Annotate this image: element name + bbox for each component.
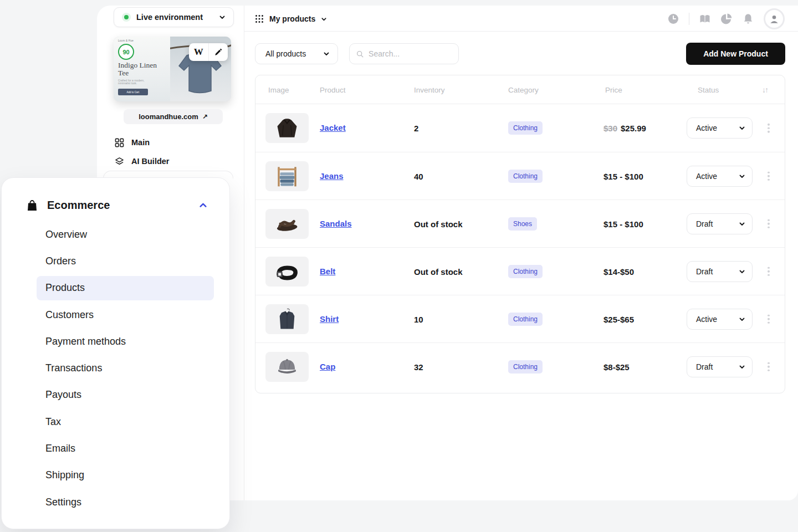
price-cell: $14-$50 xyxy=(603,267,634,276)
current-price: $15 - $100 xyxy=(603,171,643,181)
site-domain-link[interactable]: loomandhue.com ↗ xyxy=(124,109,223,124)
category-badge: Clothing xyxy=(508,121,543,135)
row-menu-kebab-icon[interactable] xyxy=(765,217,772,231)
product-link-cell: Belt xyxy=(320,267,335,277)
analytics-pie-icon[interactable] xyxy=(720,13,733,25)
menu-item-payouts[interactable]: Payouts xyxy=(2,382,229,408)
environment-status-dot xyxy=(124,15,129,19)
add-new-product-button[interactable]: Add New Product xyxy=(686,43,785,65)
status-select[interactable]: Draft xyxy=(687,356,753,377)
inventory-value: 10 xyxy=(414,314,423,324)
current-price: $25.99 xyxy=(621,124,646,133)
menu-item-customers[interactable]: Customers xyxy=(2,301,229,328)
product-link-cell: Shirt xyxy=(320,314,339,324)
menu-item-shipping[interactable]: Shipping xyxy=(2,462,229,489)
status-select[interactable]: Draft xyxy=(687,261,753,282)
edit-site-button[interactable] xyxy=(209,43,228,61)
sort-icon[interactable]: ↓↑ xyxy=(762,85,768,94)
category-badge: Shoes xyxy=(508,217,537,231)
ecommerce-menu-list: Overview Orders Products Customers Payme… xyxy=(2,221,229,515)
user-avatar[interactable] xyxy=(764,8,785,29)
workspace-switcher[interactable]: My products xyxy=(255,12,327,26)
status-value: Active xyxy=(696,315,717,324)
history-clock-icon[interactable] xyxy=(667,13,679,25)
layers-icon xyxy=(115,157,124,166)
column-header-inventory: Inventory xyxy=(414,85,445,94)
site-logo-button[interactable]: W xyxy=(189,43,208,61)
chevron-down-icon xyxy=(739,316,745,323)
inventory-value: 40 xyxy=(414,171,423,181)
category-cell: Clothing xyxy=(508,360,543,374)
product-thumbnail xyxy=(265,352,309,382)
chevron-down-icon xyxy=(323,50,330,57)
row-menu-kebab-icon[interactable] xyxy=(765,264,772,278)
dots-grid-icon xyxy=(255,14,264,23)
chevron-down-icon xyxy=(739,125,745,131)
shirt-thumbnail xyxy=(273,307,301,331)
price-cell: $30$25.99 xyxy=(603,124,646,133)
cap-thumbnail xyxy=(273,355,301,379)
current-price: $15 - $100 xyxy=(603,219,643,228)
sidebar-item-main[interactable]: Main xyxy=(115,136,231,149)
notifications-bell-icon[interactable] xyxy=(742,13,754,25)
chevron-up-icon[interactable] xyxy=(199,201,207,209)
app-stage: Live environment Loom & Hue 90 Indigo Li… xyxy=(0,0,798,532)
price-cell: $15 - $100 xyxy=(603,219,643,228)
menu-item-overview[interactable]: Overview xyxy=(2,221,229,248)
sidebar-item-ai-builder[interactable]: AI Builder xyxy=(115,155,231,168)
table-row: Shirt 10 Clothing $25-$65 Active xyxy=(255,295,785,342)
column-header-product: Product xyxy=(320,85,346,94)
product-link[interactable]: Cap xyxy=(320,362,335,371)
product-filter-label: All products xyxy=(265,49,306,58)
status-select[interactable]: Draft xyxy=(687,213,753,234)
row-menu-kebab-icon[interactable] xyxy=(765,121,772,135)
menu-item-settings[interactable]: Settings xyxy=(2,489,229,515)
menu-item-products[interactable]: Products xyxy=(2,275,229,301)
menu-item-tax[interactable]: Tax xyxy=(2,408,229,435)
category-cell: Clothing xyxy=(508,121,543,135)
ecommerce-menu-header[interactable]: Ecommerce xyxy=(27,199,207,212)
product-filter-select[interactable]: All products xyxy=(255,43,338,64)
table-row: Jeans 40 Clothing $15 - $100 Active xyxy=(255,152,785,200)
site-domain-label: loomandhue.com xyxy=(139,112,198,121)
product-thumbnail xyxy=(265,161,309,191)
table-row: Sandals Out of stock Shoes $15 - $100 Dr… xyxy=(255,200,785,247)
status-select[interactable]: Active xyxy=(687,117,753,139)
sidebar-divider xyxy=(244,6,244,500)
table-row: Jacket 2 Clothing $30$25.99 Active xyxy=(255,104,785,152)
status-value: Active xyxy=(696,124,717,132)
menu-item-transactions[interactable]: Transactions xyxy=(2,355,229,381)
main-topbar: My products xyxy=(244,6,798,32)
product-thumbnail xyxy=(265,257,309,287)
current-price: $14-$50 xyxy=(603,267,634,276)
row-menu-kebab-icon[interactable] xyxy=(765,360,772,374)
search-input[interactable] xyxy=(369,49,452,58)
workspace-label: My products xyxy=(269,14,315,23)
score-value: 90 xyxy=(122,49,129,55)
site-preview-card[interactable]: Loom & Hue 90 Indigo Linen Tee Crafted f… xyxy=(114,37,231,101)
products-table: Image Product Inventory Category Price S… xyxy=(255,75,785,393)
product-link[interactable]: Belt xyxy=(320,267,335,276)
status-select[interactable]: Active xyxy=(687,166,753,187)
current-price: $25-$65 xyxy=(603,314,634,324)
price-cell: $25-$65 xyxy=(603,314,634,324)
row-menu-kebab-icon[interactable] xyxy=(765,312,772,326)
menu-item-emails[interactable]: Emails xyxy=(2,435,229,462)
status-select[interactable]: Active xyxy=(687,309,753,330)
ecommerce-menu-title: Ecommerce xyxy=(47,199,110,212)
inventory-value: 32 xyxy=(414,362,423,371)
environment-select[interactable]: Live environment xyxy=(114,7,234,27)
product-link-cell: Sandals xyxy=(320,219,352,229)
row-menu-kebab-icon[interactable] xyxy=(765,169,772,183)
product-link[interactable]: Jacket xyxy=(320,123,346,132)
menu-item-orders[interactable]: Orders xyxy=(2,248,229,274)
site-preview-content: Loom & Hue 90 Indigo Linen Tee Crafted f… xyxy=(114,37,170,101)
chevron-down-icon xyxy=(739,221,745,227)
docs-book-icon[interactable] xyxy=(699,13,711,25)
product-link[interactable]: Shirt xyxy=(320,314,339,324)
inventory-value: 2 xyxy=(414,124,418,133)
menu-item-payment-methods[interactable]: Payment methods xyxy=(2,328,229,355)
product-link[interactable]: Jeans xyxy=(320,171,344,181)
product-link[interactable]: Sandals xyxy=(320,219,352,228)
add-to-cart-button[interactable]: Add to Cart xyxy=(118,89,148,95)
